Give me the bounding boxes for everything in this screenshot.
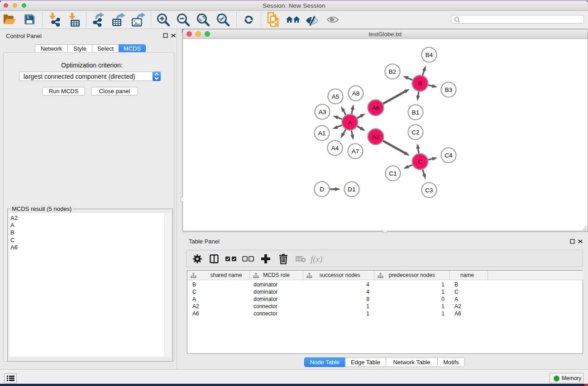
svg-text:A8: A8 — [352, 90, 360, 97]
svg-text:A3: A3 — [319, 109, 326, 115]
svg-text:A: A — [348, 119, 352, 126]
svg-text:C3: C3 — [425, 187, 433, 194]
svg-text:B: B — [418, 80, 422, 87]
svg-text:B2: B2 — [389, 68, 397, 75]
svg-text:C1: C1 — [389, 170, 397, 177]
svg-text:A5: A5 — [332, 93, 339, 100]
svg-text:A2: A2 — [372, 133, 380, 140]
svg-text:C2: C2 — [411, 129, 419, 136]
svg-text:B1: B1 — [412, 109, 420, 116]
svg-text:B3: B3 — [445, 86, 453, 93]
svg-text:D: D — [320, 186, 324, 193]
svg-text:A7: A7 — [352, 148, 359, 155]
svg-text:D1: D1 — [348, 186, 355, 193]
svg-text:A4: A4 — [331, 145, 339, 152]
svg-text:C: C — [418, 158, 422, 165]
svg-text:A1: A1 — [318, 130, 326, 137]
svg-text:A6: A6 — [372, 105, 380, 111]
svg-text:C4: C4 — [445, 152, 453, 159]
svg-text:B4: B4 — [425, 52, 433, 58]
